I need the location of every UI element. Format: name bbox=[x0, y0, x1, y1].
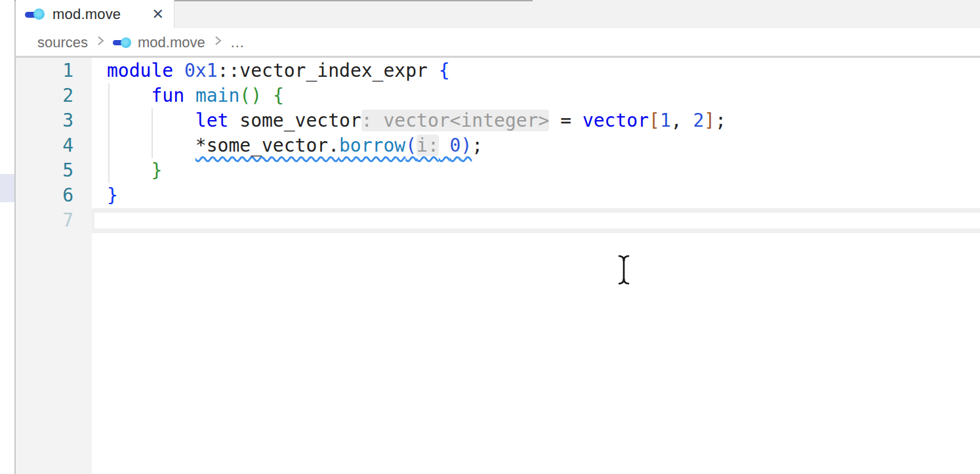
tab-bar bbox=[174, 0, 980, 28]
line-number[interactable]: 5 bbox=[16, 158, 73, 183]
chevron-right-icon bbox=[213, 33, 222, 52]
breadcrumb-item-ellipsis[interactable]: … bbox=[230, 34, 245, 51]
code-token: () bbox=[239, 85, 262, 106]
code-token: [ bbox=[649, 110, 660, 131]
code-token: ; bbox=[715, 110, 726, 131]
code-token bbox=[107, 160, 151, 181]
code-token: *some_vector. bbox=[195, 135, 339, 156]
code-token bbox=[428, 60, 439, 81]
code-token: { bbox=[439, 60, 450, 81]
left-edge-decoration bbox=[0, 174, 14, 202]
left-strip bbox=[0, 0, 14, 474]
code-token: ) bbox=[460, 135, 472, 156]
line-number[interactable]: 7 bbox=[16, 208, 73, 233]
code-token bbox=[262, 85, 273, 106]
code-token bbox=[439, 135, 450, 156]
line-number[interactable]: 6 bbox=[16, 183, 73, 208]
chevron-right-icon bbox=[96, 33, 105, 52]
i-beam-cursor bbox=[615, 253, 632, 289]
tab-border bbox=[174, 0, 174, 28]
inlay-hint: i: bbox=[417, 135, 439, 156]
diagnostic-squiggle: *some_vector.borrow(i: 0) bbox=[195, 135, 472, 156]
breadcrumb: sources mod.move … bbox=[37, 29, 245, 56]
code-token: borrow bbox=[339, 135, 405, 156]
code-token: vector_index_expr bbox=[239, 60, 428, 81]
code-line[interactable]: fun main() { bbox=[92, 83, 980, 108]
code-token: ] bbox=[704, 110, 715, 131]
code-token: , bbox=[671, 110, 693, 131]
code-token bbox=[184, 85, 195, 106]
editor-gutter: 1234567 bbox=[16, 58, 73, 233]
line-number[interactable]: 3 bbox=[16, 108, 73, 133]
code-token: ; bbox=[472, 135, 483, 156]
code-token: ( bbox=[405, 135, 417, 156]
vscode-editor-window: mod.move ✕ sources mod.move … 1234567 mo… bbox=[0, 0, 980, 474]
code-line[interactable]: } bbox=[92, 183, 980, 208]
code-token: 0x1 bbox=[184, 60, 218, 81]
line-number[interactable]: 1 bbox=[16, 58, 73, 83]
code-line[interactable]: module 0x1::vector_index_expr { bbox=[92, 58, 980, 83]
code-token: 0 bbox=[450, 135, 461, 156]
code-token: } bbox=[107, 184, 118, 206]
code-line[interactable] bbox=[92, 208, 980, 233]
tab-mod-move[interactable]: mod.move ✕ bbox=[16, 0, 174, 29]
breadcrumb-bottom-border bbox=[16, 56, 980, 58]
inlay-hint: : vector<integer> bbox=[361, 110, 550, 131]
code-token: fun bbox=[151, 85, 184, 106]
code-token: 1 bbox=[660, 110, 671, 131]
line-number[interactable]: 4 bbox=[16, 133, 73, 158]
tab-close-button[interactable]: ✕ bbox=[152, 7, 164, 22]
code-token: main bbox=[195, 85, 239, 106]
code-area[interactable]: module 0x1::vector_index_expr { fun main… bbox=[92, 58, 980, 233]
code-token: = bbox=[549, 110, 582, 131]
code-line[interactable]: let some_vector: vector<integer> = vecto… bbox=[92, 108, 980, 133]
code-token bbox=[228, 110, 239, 131]
tab-label: mod.move bbox=[52, 6, 121, 23]
move-file-icon bbox=[25, 9, 45, 20]
line-number[interactable]: 2 bbox=[16, 83, 73, 108]
code-token: } bbox=[151, 160, 162, 181]
code-token bbox=[173, 60, 184, 81]
code-token: some_vector bbox=[239, 110, 361, 131]
code-token: vector bbox=[582, 110, 649, 131]
code-token: 2 bbox=[693, 110, 704, 131]
code-token bbox=[107, 110, 195, 131]
move-file-icon bbox=[113, 37, 131, 48]
code-token bbox=[107, 135, 195, 156]
code-token: :: bbox=[218, 60, 240, 81]
code-line[interactable]: *some_vector.borrow(i: 0); bbox=[92, 133, 980, 158]
code-token: { bbox=[273, 85, 284, 106]
code-token: module bbox=[107, 60, 173, 81]
breadcrumb-file-label: mod.move bbox=[138, 34, 205, 51]
code-token bbox=[107, 85, 151, 106]
code-token: let bbox=[195, 110, 229, 131]
breadcrumb-item-file[interactable]: mod.move bbox=[113, 34, 205, 51]
code-line[interactable]: } bbox=[92, 158, 980, 183]
breadcrumb-item-sources[interactable]: sources bbox=[37, 34, 88, 51]
